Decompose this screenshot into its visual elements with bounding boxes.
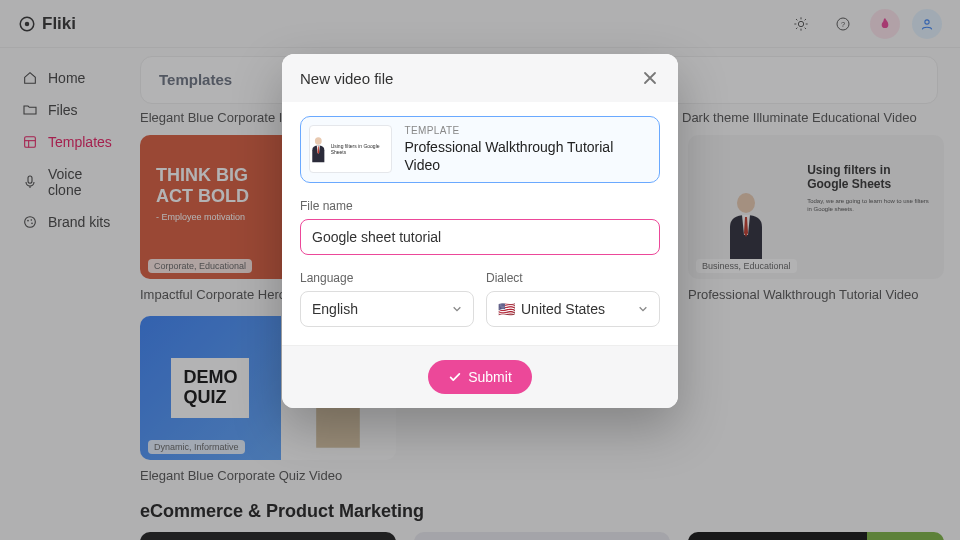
selected-template-card[interactable]: Using filters in Google Sheets TEMPLATE … bbox=[300, 116, 660, 183]
dialect-label: Dialect bbox=[486, 271, 660, 285]
submit-label: Submit bbox=[468, 369, 512, 385]
dialect-select[interactable]: 🇺🇸 United States bbox=[486, 291, 660, 327]
dialect-value: United States bbox=[521, 301, 605, 317]
new-video-modal: New video file Using filters in Google S… bbox=[282, 54, 678, 408]
language-label: Language bbox=[300, 271, 474, 285]
dialect-flag-icon: 🇺🇸 bbox=[498, 301, 515, 317]
template-label: TEMPLATE bbox=[404, 125, 651, 136]
submit-button[interactable]: Submit bbox=[428, 360, 532, 394]
template-name: Professional Walkthrough Tutorial Video bbox=[404, 138, 651, 174]
template-thumb: Using filters in Google Sheets bbox=[309, 125, 392, 173]
presenter-avatar-icon bbox=[310, 130, 327, 168]
file-name-label: File name bbox=[300, 199, 660, 213]
template-thumb-text: Using filters in Google Sheets bbox=[331, 143, 392, 155]
close-icon bbox=[640, 68, 660, 88]
language-select[interactable]: English bbox=[300, 291, 474, 327]
chevron-down-icon bbox=[638, 304, 648, 314]
modal-scrim[interactable]: New video file Using filters in Google S… bbox=[0, 0, 960, 540]
file-name-input[interactable] bbox=[300, 219, 660, 255]
close-button[interactable] bbox=[640, 68, 660, 88]
check-icon bbox=[448, 370, 462, 384]
language-value: English bbox=[312, 301, 358, 317]
chevron-down-icon bbox=[452, 304, 462, 314]
modal-title: New video file bbox=[300, 70, 393, 87]
